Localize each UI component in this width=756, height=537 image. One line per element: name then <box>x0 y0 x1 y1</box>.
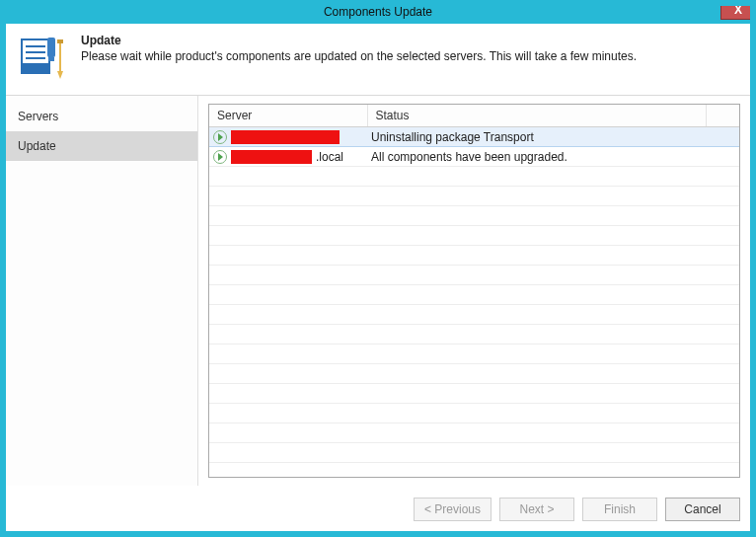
svg-rect-7 <box>59 41 61 71</box>
table-row-empty <box>209 187 739 206</box>
table-row-empty <box>209 423 739 443</box>
table-row-empty <box>209 404 739 423</box>
table-row-empty <box>209 226 739 246</box>
close-icon: X <box>734 3 742 17</box>
redacted-server-name <box>231 150 312 164</box>
next-button: Next > <box>499 498 574 521</box>
page-description: Please wait while product's components a… <box>81 49 637 63</box>
sidebar-item-servers[interactable]: Servers <box>6 102 197 131</box>
table-row-empty <box>209 345 739 364</box>
table-row-empty <box>209 384 739 404</box>
content: Server Status Uninstalling package Trans… <box>198 96 750 486</box>
svg-marker-8 <box>57 71 63 79</box>
previous-button: < Previous <box>414 498 491 521</box>
table-row-empty <box>209 167 739 187</box>
table-row[interactable]: .localAll components have been upgraded. <box>209 147 739 167</box>
svg-rect-9 <box>57 39 63 43</box>
table-row-empty <box>209 285 739 305</box>
svg-rect-6 <box>48 57 54 61</box>
close-button[interactable]: X <box>720 0 756 20</box>
finish-button: Finish <box>582 498 657 521</box>
titlebar: Components Update X <box>0 0 756 24</box>
table-row-empty <box>209 305 739 325</box>
table-row-empty <box>209 206 739 226</box>
table-row-empty <box>209 443 739 463</box>
table-row-empty <box>209 325 739 345</box>
svg-rect-5 <box>47 38 55 57</box>
status-cell: All components have been upgraded. <box>367 147 706 167</box>
table-row[interactable]: Uninstalling package Transport <box>209 127 739 147</box>
col-status[interactable]: Status <box>367 105 706 127</box>
header: Update Please wait while product's compo… <box>6 24 750 95</box>
page-title: Update <box>81 34 637 47</box>
svg-rect-4 <box>22 63 49 73</box>
col-spacer <box>706 105 739 127</box>
server-suffix: .local <box>316 150 343 164</box>
redacted-server-name <box>231 130 340 144</box>
wizard-footer: < Previous Next > Finish Cancel <box>6 486 750 531</box>
sidebar-item-update[interactable]: Update <box>6 131 197 161</box>
update-icon <box>20 34 67 81</box>
play-icon <box>213 150 227 164</box>
col-server[interactable]: Server <box>209 105 367 127</box>
cancel-button[interactable]: Cancel <box>665 498 740 521</box>
main: Servers Update Server Status Uninstallin… <box>6 95 750 486</box>
header-text: Update Please wait while product's compo… <box>81 34 637 63</box>
play-icon <box>213 130 227 144</box>
table-row-empty <box>209 364 739 384</box>
sidebar: Servers Update <box>6 96 198 486</box>
window-title: Components Update <box>324 5 432 19</box>
table-row-empty <box>209 463 739 479</box>
table-row-empty <box>209 246 739 266</box>
table-row-empty <box>209 266 739 285</box>
status-cell: Uninstalling package Transport <box>367 127 706 147</box>
servers-table: Server Status Uninstalling package Trans… <box>208 104 740 478</box>
